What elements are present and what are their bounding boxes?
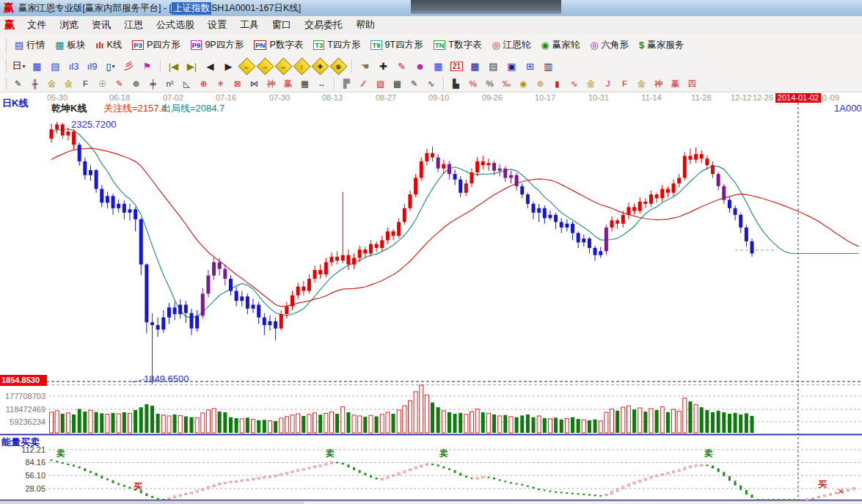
tool-first-page[interactable]: |◀ <box>165 59 182 74</box>
tool-sectors[interactable]: ▦板块 <box>50 37 90 53</box>
tool-circle-cycle[interactable]: ⊕ <box>128 77 144 90</box>
tool-angle-tool[interactable]: ◺ <box>179 77 194 90</box>
tool-annotate-pen[interactable]: ✎ <box>393 59 410 74</box>
tool-t-square[interactable]: T3T四方形 <box>308 37 365 53</box>
tool-gold-line[interactable]: 金 <box>583 77 599 90</box>
tool-next-page[interactable]: ▶ <box>220 59 237 74</box>
menu-窗口[interactable]: 窗口 <box>266 16 298 34</box>
horizontal-scrollbar[interactable] <box>0 500 862 504</box>
menu-文件[interactable]: 文件 <box>21 16 53 34</box>
tool-mask-tool[interactable]: ☻ <box>412 59 428 74</box>
tool-gold-ring[interactable]: ⊛ <box>533 77 548 90</box>
tool-chart-window[interactable]: ▦ <box>29 59 45 74</box>
tool-ying-line[interactable]: 赢 <box>668 77 683 90</box>
menu-设置[interactable]: 设置 <box>201 16 233 34</box>
tool-p-square[interactable]: P3P四方形 <box>127 37 185 53</box>
tool-price-bars[interactable]: ▙ <box>448 77 464 90</box>
tool-line-pencil[interactable]: ✎ <box>406 77 422 90</box>
volume-bar <box>745 413 748 433</box>
tool-service[interactable]: $赢家服务 <box>634 37 689 53</box>
tool-f-line[interactable]: F <box>617 77 632 90</box>
tool-candle-style[interactable]: ▯▾ <box>102 59 119 74</box>
tool-grid-tool[interactable]: ▦ <box>297 77 313 90</box>
tool-9t-square[interactable]: T99T四方形 <box>365 37 428 53</box>
tool-expand-h[interactable]: ↔ <box>275 59 292 74</box>
tool-zigzag[interactable]: ∿ <box>423 77 439 90</box>
tool-red-star[interactable]: ✳ <box>213 77 228 90</box>
menu-工具[interactable]: 工具 <box>233 16 266 34</box>
volume-bar <box>548 419 552 433</box>
tool-zoom-cross[interactable]: ✚ <box>312 59 329 74</box>
tool-si-line[interactable]: 四 <box>684 77 700 90</box>
tool-width-tool[interactable]: ↔ <box>314 77 329 90</box>
tool-red-pencil[interactable]: ✎ <box>112 77 127 90</box>
tool-percent-7[interactable]: % <box>465 77 481 90</box>
tool-ying-tool[interactable]: 赢 <box>280 77 296 90</box>
tool-prev-page[interactable]: ◀ <box>202 59 219 74</box>
tool-pencil[interactable]: ✎ <box>10 77 26 90</box>
tool-j-line[interactable]: J <box>600 77 616 90</box>
window-title-pre: 赢家江恩专业版[赢家内部服务平台] - [ <box>18 2 172 15</box>
tool-calendar-21[interactable]: 21 <box>448 59 465 74</box>
tool-corner-grid[interactable]: ▛ <box>339 77 354 90</box>
tool-hexagon[interactable]: ◎六角形 <box>585 37 634 53</box>
tool-n-square[interactable]: n² <box>162 77 178 90</box>
tool-export[interactable]: ⊞ <box>522 59 538 74</box>
tool-percent[interactable]: % <box>482 77 497 90</box>
tool-bars-9[interactable]: ıl9 <box>84 59 101 74</box>
tool-winner-wheel[interactable]: ◉赢家轮 <box>536 37 585 53</box>
tool-save[interactable]: ▣ <box>503 59 520 74</box>
tool-color-tool[interactable]: 彡 <box>120 59 137 74</box>
tool-zoom-all[interactable]: ⊕ <box>330 59 347 74</box>
tool-dense-grid[interactable]: ╪ <box>145 77 161 90</box>
tool-gann-grid[interactable]: ╫ <box>27 77 43 90</box>
panel-title-daily-kline[interactable]: 日K线 <box>2 97 28 110</box>
indicator-down-mark <box>588 494 591 496</box>
tool-kline[interactable]: ılıK线 <box>91 37 128 53</box>
tool-gold-section[interactable]: 金 <box>44 77 59 90</box>
tool-last-page[interactable]: ▶| <box>183 59 200 74</box>
tool-p-table[interactable]: PNP数字表 <box>249 37 308 53</box>
tool-print[interactable]: ▥ <box>540 59 557 74</box>
tool-flag-tool[interactable]: ⚑ <box>139 59 156 74</box>
tool-hand-tool[interactable]: ☚ <box>357 59 373 74</box>
tool-bowtie[interactable]: ⋈ <box>246 77 262 90</box>
menu-江恩[interactable]: 江恩 <box>117 16 150 34</box>
tool-wave-line[interactable]: ∿ <box>566 77 582 90</box>
tool-red-fan[interactable]: ∕∕ <box>356 77 371 90</box>
tool-fan-box[interactable]: ▨ <box>373 77 388 90</box>
volume-bar <box>386 412 390 433</box>
menu-资讯[interactable]: 资讯 <box>85 16 117 34</box>
tool-shift-right[interactable]: → <box>257 59 274 74</box>
tool-calculator[interactable]: ▦ <box>467 59 483 74</box>
candle-body <box>728 200 731 208</box>
tool-expand-v[interactable]: ↕ <box>293 59 310 74</box>
tool-shift-left[interactable]: ← <box>238 59 255 74</box>
tool-bars-3[interactable]: ıl3 <box>65 59 82 74</box>
tool-shen-tool[interactable]: 神 <box>263 77 279 90</box>
tool-web-box[interactable]: ▩ <box>390 77 405 90</box>
menu-交易委托[interactable]: 交易委托 <box>298 16 349 34</box>
tool-f10-info[interactable]: ▤ <box>47 59 64 74</box>
tool-gold-slash[interactable]: 金 <box>634 77 649 90</box>
tool-gold-circle[interactable]: ◉ <box>516 77 531 90</box>
menu-公式选股[interactable]: 公式选股 <box>150 16 201 34</box>
tool-gold-section2[interactable]: 金 <box>61 77 76 90</box>
tool-red-target[interactable]: ⊕ <box>196 77 211 90</box>
tool-shen-line[interactable]: 神 <box>651 77 666 90</box>
menu-浏览[interactable]: 浏览 <box>53 16 85 34</box>
tool-fib-tool[interactable]: F <box>78 77 93 90</box>
tool-crosshair-tool[interactable]: ✚ <box>375 59 392 74</box>
menu-帮助[interactable]: 帮助 <box>349 16 381 34</box>
tool-grid-48[interactable]: ▦ <box>430 59 447 74</box>
tool-spiral[interactable]: ☉ <box>95 77 110 90</box>
tool-gann-wheel[interactable]: ◎江恩轮 <box>486 37 536 53</box>
tool-period-selector[interactable]: 日▾ <box>10 59 27 74</box>
tool-red-box[interactable]: ⊠ <box>230 77 245 90</box>
tool-candle-pen[interactable]: ▮ <box>549 77 565 90</box>
tool-quotes[interactable]: ▤行情 <box>10 37 50 53</box>
tool-permille[interactable]: ‰ <box>499 77 514 90</box>
tool-t-table[interactable]: TNT数字表 <box>428 37 487 53</box>
tool-9p-square[interactable]: P99P四方形 <box>186 37 249 53</box>
tool-notes[interactable]: ▤ <box>485 59 502 74</box>
